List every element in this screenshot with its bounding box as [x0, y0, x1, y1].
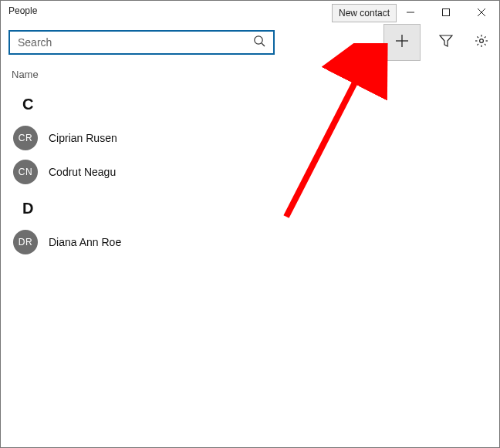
filter-icon	[439, 34, 453, 51]
avatar: DR	[13, 230, 38, 254]
search-input[interactable]	[18, 36, 253, 49]
minimize-button[interactable]	[393, 1, 428, 24]
contact-row[interactable]: CN Codrut Neagu	[8, 155, 492, 189]
search-box[interactable]	[8, 30, 275, 55]
svg-rect-1	[443, 9, 450, 16]
svg-line-5	[262, 43, 265, 46]
gear-icon	[475, 34, 488, 51]
new-contact-tooltip: New contact	[332, 4, 397, 22]
search-icon	[253, 35, 265, 50]
new-contact-button[interactable]	[383, 24, 421, 61]
group-header-d[interactable]: D	[8, 189, 492, 225]
maximize-button[interactable]	[428, 1, 464, 24]
settings-button[interactable]	[464, 24, 499, 61]
avatar: CR	[13, 126, 38, 150]
toolbar-right	[383, 24, 499, 61]
window-titlebar: People	[1, 1, 499, 24]
column-header-name: Name	[1, 61, 499, 85]
svg-point-9	[480, 39, 484, 43]
window-controls	[393, 1, 499, 24]
svg-line-16	[485, 36, 486, 38]
svg-line-15	[485, 44, 486, 45]
app-title: People	[1, 1, 37, 16]
close-button[interactable]	[464, 1, 499, 24]
avatar: CN	[13, 160, 38, 184]
contact-name: Ciprian Rusen	[49, 132, 117, 144]
filter-button[interactable]	[428, 24, 464, 61]
svg-marker-8	[440, 35, 452, 46]
group-header-c[interactable]: C	[8, 85, 492, 121]
contact-list: C CR Ciprian Rusen CN Codrut Neagu D DR …	[1, 85, 499, 259]
svg-line-17	[477, 44, 478, 45]
svg-point-4	[255, 36, 262, 44]
plus-icon	[395, 34, 409, 51]
contact-row[interactable]: CR Ciprian Rusen	[8, 121, 492, 155]
toolbar	[1, 24, 499, 61]
contact-row[interactable]: DR Diana Ann Roe	[8, 225, 492, 259]
contact-name: Codrut Neagu	[49, 166, 116, 178]
contact-name: Diana Ann Roe	[49, 236, 121, 248]
svg-line-14	[477, 36, 478, 38]
